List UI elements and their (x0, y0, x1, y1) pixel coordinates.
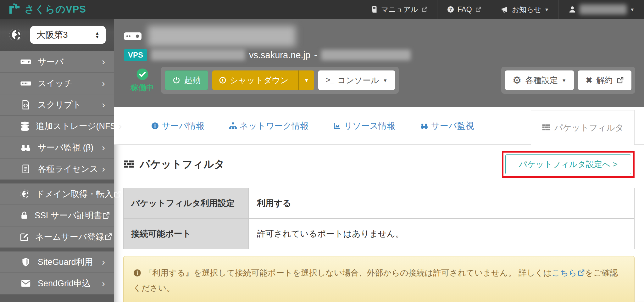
sidebar-item-siteguard[interactable]: SiteGuard利用 › (0, 251, 114, 272)
database-icon (19, 121, 30, 131)
redacted-ip-address (321, 50, 411, 60)
packet-filter-settings-button[interactable]: パケットフィルタ設定へ > (505, 154, 631, 174)
external-link-icon (102, 211, 110, 220)
chevron-right-icon: › (102, 257, 105, 267)
notice-link[interactable]: こちら (552, 268, 577, 277)
external-link-icon[interactable] (577, 269, 585, 277)
faq-link[interactable]: ? FAQ (437, 0, 491, 19)
sidebar-item-label: SiteGuard利用 (38, 256, 102, 268)
tutorial-highlight-box: パケットフィルタ設定へ > (502, 151, 635, 178)
sidebar-item-sendgrid[interactable]: SendGrid申込 › (0, 272, 114, 294)
check-circle-icon (136, 68, 149, 81)
chevron-right-icon: › (102, 99, 105, 110)
globe-icon (19, 189, 30, 199)
region-selector-bar: 大阪第3 ▲▼ (0, 19, 114, 51)
chevron-right-icon: › (102, 56, 105, 67)
gear-icon: ⚙ (513, 75, 522, 85)
question-circle-icon: ? (447, 6, 454, 13)
console-button[interactable]: >_ コンソール ▼ (318, 70, 395, 90)
brand-logo[interactable]: さくらのVPS (0, 3, 94, 16)
sidebar-item-label: 各種ライセンス (38, 163, 102, 175)
sidebar-item-licenses[interactable]: 各種ライセンス › (0, 158, 114, 179)
external-link-icon (421, 6, 428, 13)
sitemap-icon (229, 122, 237, 130)
sidebar: 大阪第3 ▲▼ サーバ › スイッチ (0, 19, 114, 302)
region-select[interactable]: 大阪第3 ▲▼ (30, 26, 106, 44)
tab-network-info[interactable]: ネットワーク情報 (229, 120, 308, 131)
row-value: 利用する (249, 188, 635, 219)
stop-icon (219, 76, 227, 84)
caret-down-icon: ▼ (304, 78, 309, 83)
settings-button-group: ⚙ 各種設定 ▼ ✖ 解約 (501, 67, 635, 94)
cancel-contract-button[interactable]: ✖ 解約 (578, 70, 631, 90)
sidebar-item-ssl[interactable]: SSLサーバ証明書 (0, 204, 114, 226)
lock-icon (19, 211, 29, 220)
tab-packet-filter[interactable]: パケットフィルタ (531, 110, 635, 145)
power-icon (172, 76, 180, 84)
sidebar-item-monitoring[interactable]: サーバ監視 (β) › (0, 137, 114, 158)
sidebar-item-server[interactable]: サーバ › (0, 51, 114, 72)
notice-box: 『利用する』を選択して接続可能ポートを選択しない場合、外部からの接続は許可されて… (123, 256, 635, 302)
sidebar-item-switch[interactable]: スイッチ › (0, 72, 114, 94)
caret-down-icon: ▼ (630, 7, 635, 12)
shield-icon (19, 257, 32, 267)
chevron-right-icon: › (102, 164, 105, 174)
shutdown-label: シャットダウン (230, 75, 288, 86)
area-chart-icon (333, 122, 341, 130)
tab-label: サーバ情報 (162, 120, 204, 131)
packet-filter-table: パケットフィルタ利用設定 利用する 接続可能ポート 許可されているポートはありま… (123, 188, 635, 249)
sidebar-item-domain[interactable]: ドメイン取得・転入 (0, 183, 114, 204)
sidebar-item-script[interactable]: スクリプト › (0, 94, 114, 115)
sidebar-item-storage[interactable]: 追加ストレージ(NFS) › (0, 115, 114, 137)
close-icon: ✖ (586, 76, 592, 85)
binoculars-icon (420, 121, 429, 130)
sidebar-divider (0, 179, 114, 183)
notice-text: 『利用する』を選択して接続可能ポートを選択しない場合、外部からの接続は許可されて… (144, 268, 552, 277)
sidebar-item-label: サーバ監視 (β) (38, 142, 102, 153)
row-label: 接続可能ポート (124, 219, 249, 249)
news-menu[interactable]: お知らせ ▼ (491, 0, 558, 19)
brick-wall-icon (123, 159, 135, 170)
tab-label: ネットワーク情報 (240, 120, 308, 131)
tab-bar: サーバ情報 ネットワーク情報 リ (114, 107, 644, 145)
external-link-icon (475, 6, 481, 13)
hostname-separator: - (314, 50, 317, 60)
tab-label: サーバ監視 (431, 120, 474, 131)
redacted-account-name (580, 4, 627, 14)
tab-server-monitoring[interactable]: サーバ監視 (420, 120, 474, 131)
sidebar-footer (0, 294, 114, 302)
sidebar-item-label: ドメイン取得・転入 (36, 188, 113, 200)
chevron-right-icon: › (102, 278, 105, 289)
console-label: コンソール (337, 75, 379, 86)
edit-icon (19, 232, 30, 242)
external-link-icon (616, 76, 624, 84)
manual-link[interactable]: マニュアル (361, 0, 437, 19)
shutdown-dropdown-toggle[interactable]: ▼ (298, 70, 314, 90)
server-header: VPS vs.sakura.ne.jp - 稼働中 (114, 19, 644, 107)
chevron-right-icon: › (102, 78, 105, 89)
table-row: パケットフィルタ利用設定 利用する (124, 188, 635, 219)
sidebar-item-nameserver[interactable]: ネームサーバ登録 (0, 226, 114, 247)
script-file-icon (19, 99, 32, 110)
tab-label: パケットフィルタ (554, 122, 624, 133)
chevron-right-icon: › (119, 121, 122, 131)
switch-icon (19, 78, 32, 89)
shutdown-main[interactable]: シャットダウン (212, 70, 295, 90)
caret-down-icon: ▼ (383, 78, 388, 83)
settings-button[interactable]: ⚙ 各種設定 ▼ (505, 70, 574, 90)
user-icon (568, 5, 576, 14)
tab-resource-info[interactable]: リソース情報 (333, 120, 395, 131)
sidebar-item-label: サーバ (38, 56, 102, 67)
shutdown-button[interactable]: シャットダウン ▼ (212, 70, 314, 90)
account-menu[interactable]: ▼ (558, 0, 644, 19)
start-button[interactable]: 起動 (165, 70, 208, 90)
caret-down-icon: ▼ (562, 78, 566, 83)
info-circle-icon (133, 269, 142, 277)
document-icon (19, 164, 32, 174)
tab-server-info[interactable]: サーバ情報 (151, 120, 204, 131)
select-arrows-icon: ▲▼ (95, 31, 99, 39)
packet-filter-content: パケットフィルタ パケットフィルタ設定へ > パケットフィルタ利用設定 利用する… (114, 145, 644, 302)
server-icon (19, 56, 32, 67)
settings-label: 各種設定 (525, 75, 558, 86)
status-label: 稼働中 (131, 82, 154, 93)
